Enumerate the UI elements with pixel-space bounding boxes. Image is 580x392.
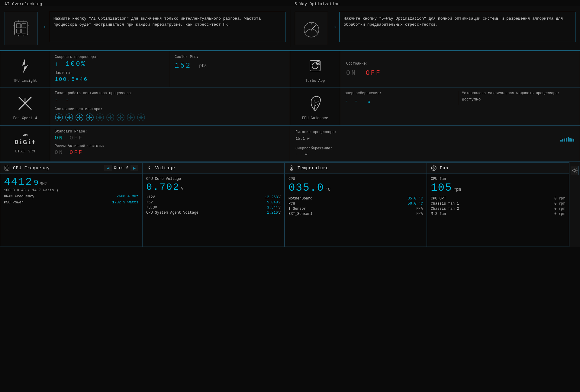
cpu-speed-value: 100% <box>66 60 86 68</box>
way5-chevron[interactable]: ‹ <box>331 24 339 30</box>
dram-label: DRAM Frequency <box>4 194 34 199</box>
fan-spinner-8 <box>127 113 135 122</box>
power-save-label: энергосбережение: <box>345 91 455 95</box>
active-off-btn[interactable]: OFF <box>70 149 83 155</box>
tpu-icon <box>14 55 36 76</box>
psu-label: PSU Power <box>4 200 24 205</box>
cpu-temp-unit: °C <box>325 187 330 192</box>
tpu-icon-area: TPU Insight <box>0 51 50 87</box>
cpu-freq-decimal: 9 <box>34 178 38 187</box>
svg-rect-1 <box>16 24 21 28</box>
svg-point-41 <box>291 169 293 171</box>
active-on-btn[interactable]: ON <box>55 149 64 155</box>
way5-description: Нажмите кнопку "5-Way Optimization" для … <box>339 12 575 42</box>
cooler-pts-label: Cooler Pts: <box>175 55 285 59</box>
pch-temp-label: PCH <box>288 202 295 206</box>
way5-optimization-title: 5-Way Optimization <box>290 0 580 6</box>
way5-optimization-panel: ‹ Нажмите кнопку "5-Way Optimization" дл… <box>290 9 580 47</box>
cpu-opt-val: 0 rpm <box>554 196 565 201</box>
svg-rect-34 <box>5 166 9 170</box>
fan-rows: CPU_OPT 0 rpm Chassis fan 1 0 rpm Chassi… <box>431 196 565 216</box>
freq-unit: MHz <box>40 181 47 186</box>
volt-row-12v: +12V 12.268V <box>146 195 281 199</box>
svg-rect-2 <box>22 24 26 28</box>
voltage-panel: Voltage CPU Core Voltage 0.702 V +12V 12… <box>142 162 285 247</box>
fan-spinner-2 <box>65 113 73 122</box>
psu-row: PSU Power 1702.9 watts <box>4 200 138 205</box>
digi-right-content: Питание процессора: 15.1 w <box>290 126 580 161</box>
temp-row-tsensor: T Sensor N/A <box>288 207 423 211</box>
turbo-label: Turbo App <box>305 79 325 83</box>
chassis1-label: Chassis fan 1 <box>431 202 459 206</box>
volt-val-5v: 5.040 <box>267 200 278 205</box>
temp-row-pch: PCH 50.0 °C <box>288 202 423 206</box>
fan-spinner-1 <box>55 113 63 122</box>
fan-bottom-title: Fan <box>440 166 448 171</box>
ai-chevron[interactable]: ‹ <box>41 24 49 30</box>
fan-row-chassis1: Chassis fan 1 0 rpm <box>431 202 565 206</box>
off-label[interactable]: OFF <box>366 69 381 77</box>
cooler-pts-unit: pts <box>199 63 207 68</box>
chassis1-val: 0 rpm <box>554 202 565 206</box>
ext-sensor-val: N/A <box>416 212 423 216</box>
core-next-btn[interactable]: ► <box>130 165 138 171</box>
svg-point-22 <box>317 63 319 64</box>
turbo-icon-area: Turbo App <box>290 51 340 87</box>
epu-power-col: энергосбережение: - - w <box>345 91 458 105</box>
svg-rect-19 <box>310 61 320 71</box>
cpu-freq-header: CPU Frequency ◄ Core 0 ► <box>0 163 142 174</box>
gear-icon <box>572 168 578 173</box>
turbo-right-content: Состояние: ON OFF <box>340 51 580 87</box>
ai-overclocking-title: AI Overclocking <box>0 0 290 6</box>
fan-bottom-icon <box>431 165 437 171</box>
fan-spinner-3 <box>75 113 84 122</box>
fan-spinner-7 <box>116 113 125 122</box>
max-power-label: Установлена максимальная мощность процес… <box>462 91 572 95</box>
fan-row-chassis2: Chassis fan 2 0 rpm <box>431 207 565 211</box>
volt-row-sa: CPU System Agent Voltage 1.216V <box>146 211 281 215</box>
fan-bottom-header: Fan <box>427 163 569 174</box>
epu-icon-area: EPU Guidance <box>290 88 340 125</box>
core-navigation[interactable]: ◄ Core 0 ► <box>104 165 138 171</box>
fan-xpert-icon <box>14 93 36 114</box>
svg-rect-3 <box>16 29 21 33</box>
std-off-btn[interactable]: OFF <box>70 135 83 141</box>
way5-icon-box[interactable] <box>295 12 328 45</box>
voltage-icon <box>146 165 152 171</box>
voltage-title: Voltage <box>155 166 175 171</box>
power-save-unit: w <box>368 99 370 104</box>
cpu-freq-title: CPU Frequency <box>13 166 50 171</box>
core-prev-btn[interactable]: ◄ <box>104 165 112 171</box>
turbo-module: Turbo App Состояние: ON OFF <box>290 51 580 87</box>
cpu-core-volt-label: CPU Core Voltage <box>146 177 281 181</box>
temperature-icon <box>288 165 295 171</box>
voltage-body: CPU Core Voltage 0.702 V +12V 12.268V +5… <box>143 174 284 247</box>
cpu-freq-body: 4412 9 MHz 100.3 × 43 ( 14.7 watts ) DRA… <box>0 174 142 247</box>
on-label[interactable]: ON <box>346 69 356 77</box>
ai-icon-box[interactable] <box>5 12 38 45</box>
settings-gear-area <box>569 162 580 247</box>
epu-module: EPU Guidance энергосбережение: - - w Уст… <box>290 87 580 126</box>
volt-label-12v: +12V <box>146 195 155 199</box>
fan-row-opt: CPU_OPT 0 rpm <box>431 196 565 201</box>
dram-row: DRAM Frequency 2668.4 MHz <box>4 194 138 199</box>
arrow-up-icon: ↑ <box>55 61 58 68</box>
cpu-fan-label: CPU fan <box>431 177 565 181</box>
epu-right-content: энергосбережение: - - w Установлена макс… <box>340 88 580 125</box>
quiet-label: Тихая работа вентилятора процессора: <box>55 91 285 95</box>
temp-title: Temperature <box>298 166 329 171</box>
fan-label: Fan Xpert 4 <box>13 116 37 120</box>
digi-logo: VRM DiGi+ <box>14 134 36 147</box>
digi-module: VRM DiGi+ DIGI+ VRM Standard Phase: ON O… <box>0 126 290 162</box>
volt-val-33v: 3.344 <box>267 206 278 210</box>
settings-gear-btn[interactable] <box>571 166 579 175</box>
fan-state-label: Состояние вентилятора: <box>55 107 285 111</box>
std-on-btn[interactable]: ON <box>55 135 64 141</box>
cpu-temp-value: 035.0 <box>288 182 324 194</box>
temp-header: Temperature <box>285 163 427 174</box>
fan-bottom-body: CPU fan 105 rpm CPU_OPT 0 rpm Chassis fa… <box>427 174 569 247</box>
digi-label: DIGI+ VRM <box>15 149 35 154</box>
m2-fan-label: M.2 fan <box>431 212 446 216</box>
ai-overclocking-panel: ‹ Нажмите кнопку "AI Optimization" для в… <box>0 9 290 47</box>
ext-sensor-label: EXT_Sensor1 <box>288 212 312 216</box>
